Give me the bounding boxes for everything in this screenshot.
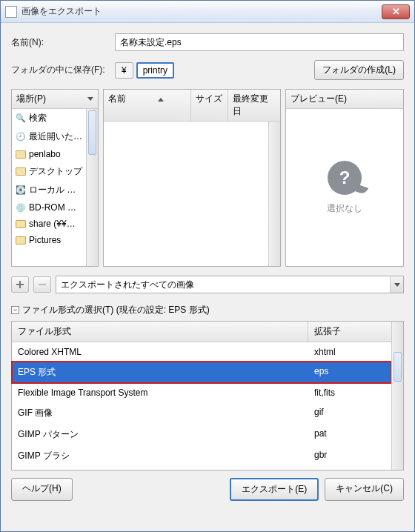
remove-bookmark-button[interactable] (33, 276, 51, 293)
content: 名前(N): フォルダの中に保存(F): ¥ printry フォルダの作成(L… (1, 23, 414, 531)
filetype-row[interactable]: EPS 形式eps (12, 362, 391, 383)
files-list-empty (104, 122, 268, 266)
filetype-name: Colored XHTML (18, 347, 314, 357)
preview-body: ? 選択なし (286, 109, 403, 266)
filetype-row[interactable]: GIMP パターンpat (12, 424, 391, 445)
savein-row: フォルダの中に保存(F): ¥ printry フォルダの作成(L) (11, 60, 404, 80)
places-item[interactable]: 🔍検索 (12, 109, 86, 127)
help-button[interactable]: ヘルプ(H) (11, 478, 73, 501)
filetype-name: Flexible Image Transport System (18, 388, 314, 398)
preview-empty-text: 選択なし (327, 202, 362, 215)
filetype-row[interactable]: Colored XHTMLxhtml (12, 342, 391, 362)
search-icon: 🔍 (16, 113, 26, 124)
titlebar: 画像をエクスポート ✕ (1, 1, 414, 23)
name-row: 名前(N): (11, 33, 404, 51)
svg-rect-0 (39, 284, 46, 285)
filetype-ext: gbr (314, 450, 327, 462)
filetype-box: ファイル形式 拡張子 Colored XHTMLxhtmlEPS 形式epsFl… (11, 321, 404, 471)
places-item[interactable]: share (¥¥… (12, 216, 86, 232)
places-item-label: Pictures (29, 235, 61, 245)
drive-icon: 💽 (16, 185, 26, 196)
files-panel: 名前 サイズ 最終変更日 (103, 89, 281, 267)
places-item[interactable]: penlabo (12, 146, 86, 162)
places-item-label: share (¥¥… (29, 219, 76, 229)
col-name[interactable]: 名前 (104, 90, 191, 121)
filetype-row[interactable]: GIMP ブラシgbr (12, 445, 391, 467)
places-item-label: 検索 (29, 112, 47, 124)
places-panel: 場所(P) 🔍検索🕘最近開いた…penlaboデスクトップ💽ローカル …💿BD-… (11, 89, 99, 267)
create-folder-button[interactable]: フォルダの作成(L) (314, 60, 404, 80)
filetype-scrollbar[interactable] (391, 322, 403, 470)
disc-icon: 💿 (16, 202, 26, 213)
places-scrollbar[interactable] (86, 109, 98, 266)
places-item-label: ローカル … (29, 184, 76, 196)
places-item-label: デスクトップ (29, 165, 82, 178)
places-item[interactable]: 🕘最近開いた… (12, 127, 86, 146)
places-item[interactable]: 💽ローカル … (12, 181, 86, 199)
button-bar: ヘルプ(H) エクスポート(E) キャンセル(C) (11, 471, 404, 501)
cancel-button[interactable]: キャンセル(C) (325, 478, 404, 501)
plus-icon (16, 280, 24, 289)
filetype-header-text: ファイル形式の選択(T) (現在の設定: EPS 形式) (22, 304, 210, 316)
folder-icon (16, 219, 26, 229)
filetype-name: EPS 形式 (18, 366, 314, 379)
filetype-ext: eps (314, 366, 328, 379)
places-list: 🔍検索🕘最近開いた…penlaboデスクトップ💽ローカル …💿BD-ROM …s… (12, 109, 86, 266)
path-breadcrumb: ¥ printry (115, 62, 174, 79)
places-header[interactable]: 場所(P) (12, 90, 98, 109)
filename-input[interactable] (115, 33, 404, 51)
path-seg-current[interactable]: printry (136, 62, 174, 79)
places-item[interactable]: デスクトップ (12, 162, 86, 181)
filetype-ext: gif (314, 407, 324, 419)
app-icon (5, 6, 17, 18)
folder-icon (16, 235, 26, 245)
places-item[interactable]: 💿BD-ROM … (12, 199, 86, 216)
toolbar-row: エクスポートされたすべての画像 (11, 276, 404, 293)
places-item-label: 最近開いた… (29, 130, 82, 143)
files-columns: 名前 サイズ 最終変更日 (104, 90, 280, 122)
places-item-label: BD-ROM … (29, 202, 76, 213)
chevron-down-icon (390, 276, 403, 293)
window-title: 画像をエクスポート (21, 5, 382, 18)
add-bookmark-button[interactable] (11, 276, 29, 293)
col-size[interactable]: サイズ (191, 90, 228, 121)
preview-header: プレビュー(E) (286, 90, 403, 109)
filetype-name: GIMP ブラシ (18, 450, 314, 462)
places-item[interactable]: Pictures (12, 232, 86, 248)
collapse-button[interactable]: − (11, 306, 19, 314)
filetype-row[interactable]: GIF 画像gif (12, 402, 391, 424)
filetype-ext: xhtml (314, 347, 336, 357)
path-seg-root[interactable]: ¥ (115, 62, 133, 79)
mid-panels: 場所(P) 🔍検索🕘最近開いた…penlaboデスクトップ💽ローカル …💿BD-… (11, 89, 404, 267)
filetype-columns: ファイル形式 拡張子 (12, 322, 391, 342)
question-icon: ? (328, 161, 362, 195)
preview-panel: プレビュー(E) ? 選択なし (285, 89, 404, 267)
filter-combo[interactable]: エクスポートされたすべての画像 (56, 276, 404, 293)
sort-asc-icon (158, 98, 164, 102)
filetype-list: Colored XHTMLxhtmlEPS 形式epsFlexible Imag… (12, 342, 391, 470)
col-filetype[interactable]: ファイル形式 (12, 322, 308, 342)
recent-icon: 🕘 (16, 132, 26, 142)
name-label: 名前(N): (11, 36, 115, 49)
export-dialog: 画像をエクスポート ✕ 名前(N): フォルダの中に保存(F): ¥ print… (0, 0, 415, 532)
filetype-section-header: − ファイル形式の選択(T) (現在の設定: EPS 形式) (11, 304, 404, 316)
col-date[interactable]: 最終変更日 (228, 90, 280, 121)
filetype-ext: pat (314, 428, 327, 441)
minus-icon (38, 280, 47, 289)
folder-icon (16, 167, 26, 177)
filter-value: エクスポートされたすべての画像 (61, 279, 194, 291)
savein-label: フォルダの中に保存(F): (11, 64, 115, 76)
filetype-name: GIF 画像 (18, 407, 314, 419)
filetype-ext: fit,fits (314, 388, 335, 398)
export-button[interactable]: エクスポート(E) (230, 478, 319, 501)
close-button[interactable]: ✕ (382, 4, 410, 19)
filetype-row[interactable]: Flexible Image Transport Systemfit,fits (12, 383, 391, 402)
files-scrollbar[interactable] (268, 122, 280, 266)
filetype-name: GIMP パターン (18, 428, 314, 441)
folder-icon (16, 149, 26, 159)
places-item-label: penlabo (29, 149, 61, 159)
sort-icon (87, 97, 93, 101)
col-extension[interactable]: 拡張子 (308, 322, 391, 342)
